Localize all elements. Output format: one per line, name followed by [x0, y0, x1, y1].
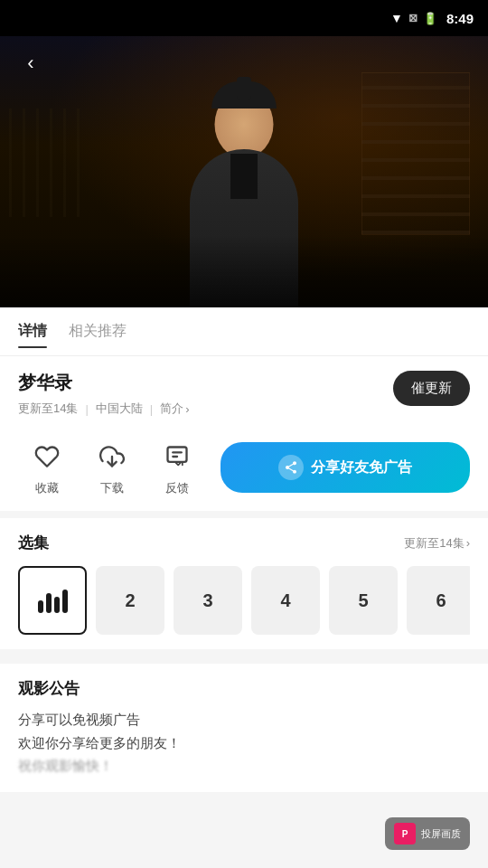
- status-bar: ▼ ⊠ 🔋 8:49: [0, 0, 488, 36]
- feedback-icon: [159, 439, 195, 475]
- playing-animation: [38, 588, 68, 613]
- time-display: 8:49: [446, 11, 474, 26]
- episode-section-title: 选集: [18, 533, 49, 553]
- episode-item-3[interactable]: 3: [174, 566, 242, 635]
- heart-icon: [29, 439, 65, 475]
- section-divider-2: [0, 649, 488, 656]
- bar-2: [46, 593, 52, 613]
- status-icons: ▼ ⊠ 🔋 8:49: [390, 11, 474, 26]
- notice-title: 观影公告: [18, 678, 470, 699]
- notice-text: 分享可以免视频广告 欢迎你分享给更多的朋友！ 祝你观影愉快！: [18, 708, 470, 778]
- intro-link[interactable]: 简介 ›: [160, 401, 189, 417]
- episode-item-1[interactable]: [18, 566, 87, 635]
- episode-update: 更新至14集: [18, 401, 78, 417]
- episode-more-link[interactable]: 更新至14集 ›: [404, 535, 470, 552]
- bar-4: [62, 590, 68, 613]
- meta-separator-1: |: [85, 402, 88, 416]
- no-sim-icon: ⊠: [408, 12, 418, 24]
- chevron-right-icon-ep: ›: [466, 536, 470, 550]
- show-info-section: 梦华录 更新至14集 | 中国大陆 | 简介 › 催更新: [0, 356, 488, 428]
- feedback-button[interactable]: 反馈: [148, 439, 206, 496]
- battery-icon: 🔋: [423, 12, 437, 25]
- bar-1: [38, 600, 43, 613]
- tab-bar: 详情 相关推荐: [0, 307, 488, 356]
- episode-item-4[interactable]: 4: [251, 566, 320, 635]
- episode-header: 选集 更新至14集 ›: [18, 533, 470, 553]
- chevron-right-icon: ›: [185, 402, 189, 416]
- video-player[interactable]: ‹: [0, 36, 488, 307]
- show-title-area: 梦华录 更新至14集 | 中国大陆 | 简介 ›: [18, 371, 190, 417]
- download-icon: [94, 439, 130, 475]
- favorite-button[interactable]: 收藏: [18, 439, 76, 496]
- episode-item-5[interactable]: 5: [329, 566, 398, 635]
- share-ad-button[interactable]: 分享好友免广告: [221, 442, 470, 493]
- show-meta: 更新至14集 | 中国大陆 | 简介 ›: [18, 401, 190, 417]
- actions-bar: 收藏 下载 反馈: [0, 428, 488, 511]
- share-icon: [278, 455, 304, 480]
- tab-related[interactable]: 相关推荐: [69, 322, 127, 348]
- wifi-icon: ▼: [390, 11, 403, 25]
- download-button[interactable]: 下载: [83, 439, 141, 496]
- show-title: 梦华录: [18, 371, 190, 395]
- meta-separator-2: |: [150, 402, 153, 416]
- notice-line-2: 欢迎你分享给更多的朋友！: [18, 731, 470, 755]
- video-overlay: [0, 235, 488, 307]
- urge-update-button[interactable]: 催更新: [393, 371, 470, 406]
- back-button[interactable]: ‹: [14, 47, 47, 80]
- notice-line-1: 分享可以免视频广告: [18, 708, 470, 731]
- svg-rect-0: [168, 448, 187, 462]
- section-divider-1: [0, 511, 488, 518]
- share-ad-label: 分享好友免广告: [311, 458, 412, 477]
- episode-item-6[interactable]: 6: [407, 566, 470, 635]
- tab-details[interactable]: 详情: [18, 322, 47, 348]
- favorite-label: 收藏: [35, 480, 59, 496]
- episode-section: 选集 更新至14集 › 2 3 4 5 6: [0, 518, 488, 649]
- watermark: P 投屏画质: [385, 817, 470, 850]
- watermark-logo: P: [394, 823, 416, 844]
- feedback-label: 反馈: [165, 480, 189, 496]
- episode-list: 2 3 4 5 6: [18, 566, 470, 635]
- notice-section: 观影公告 分享可以免视频广告 欢迎你分享给更多的朋友！ 祝你观影愉快！: [0, 664, 488, 792]
- episode-item-2[interactable]: 2: [96, 566, 164, 635]
- show-region: 中国大陆: [96, 401, 143, 417]
- download-label: 下载: [100, 480, 124, 496]
- content-area: 详情 相关推荐 梦华录 更新至14集 | 中国大陆 | 简介 › 催更新: [0, 307, 488, 511]
- notice-line-3: 祝你观影愉快！: [18, 754, 470, 778]
- watermark-text: 投屏画质: [421, 827, 461, 841]
- bar-3: [54, 597, 60, 613]
